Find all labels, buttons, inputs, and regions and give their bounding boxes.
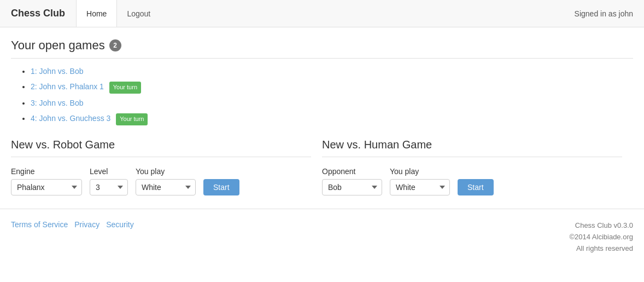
list-item: 2: John vs. Phalanx 1 Your turn (31, 80, 633, 94)
robot-start-button[interactable]: Start (203, 179, 239, 195)
nav-item-home: Home (76, 0, 117, 27)
games-list: 1: John vs. Bob 2: John vs. Phalanx 1 Yo… (11, 65, 633, 125)
new-games-row: New vs. Robot Game Engine Phalanx Gnuche… (11, 139, 633, 195)
footer-links: Terms of Service Privacy Security (11, 220, 134, 229)
open-games-title: Your open games 2 (11, 38, 633, 59)
level-select[interactable]: 1 2 3 4 5 (90, 179, 128, 195)
game-link-1[interactable]: 1: John vs. Bob (31, 67, 84, 76)
your-turn-badge-2: Your turn (109, 82, 141, 94)
opponent-select[interactable]: Bob Alice Charlie (322, 179, 382, 195)
robot-game-form: Engine Phalanx Gnuchess Crafty Level 1 2… (11, 167, 311, 195)
nav-brand[interactable]: Chess Club (0, 0, 76, 27)
robot-game-title: New vs. Robot Game (11, 139, 311, 157)
level-group: Level 1 2 3 4 5 (90, 167, 128, 195)
list-item: 4: John vs. Gnuchess 3 Your turn (31, 112, 633, 125)
footer-link-privacy[interactable]: Privacy (74, 220, 99, 229)
human-you-play-select[interactable]: White Black Random (390, 179, 450, 195)
footer-rights: All rights reserved (569, 243, 633, 255)
game-link-2[interactable]: 2: John vs. Phalanx 1 (31, 82, 104, 91)
robot-you-play-label: You play (136, 167, 196, 176)
opponent-label: Opponent (322, 167, 382, 176)
footer-info: Chess Club v0.3.0 ©2014 Alcibiade.org Al… (569, 220, 633, 254)
human-game-form: Opponent Bob Alice Charlie You play Whit… (322, 167, 622, 195)
main-content: Your open games 2 1: John vs. Bob 2: Joh… (0, 27, 644, 195)
footer-copyright: ©2014 Alcibiade.org (569, 232, 633, 243)
open-games-heading: Your open games (11, 38, 105, 53)
human-start-button[interactable]: Start (458, 179, 494, 195)
footer-version: Chess Club v0.3.0 (569, 220, 633, 232)
game-link-3[interactable]: 3: John vs. Bob (31, 99, 84, 107)
engine-label: Engine (11, 167, 82, 176)
human-you-play-group: You play White Black Random (390, 167, 450, 195)
human-game-section: New vs. Human Game Opponent Bob Alice Ch… (322, 139, 633, 195)
opponent-group: Opponent Bob Alice Charlie (322, 167, 382, 195)
nav-links: Home Logout (76, 0, 160, 27)
engine-group: Engine Phalanx Gnuchess Crafty (11, 167, 82, 195)
footer: Terms of Service Privacy Security Chess … (0, 209, 644, 265)
engine-select[interactable]: Phalanx Gnuchess Crafty (11, 179, 82, 195)
human-you-play-label: You play (390, 167, 450, 176)
robot-you-play-group: You play White Black Random (136, 167, 196, 195)
nav-link-logout[interactable]: Logout (117, 0, 160, 27)
navbar: Chess Club Home Logout Signed in as john (0, 0, 644, 27)
robot-you-play-select[interactable]: White Black Random (136, 179, 196, 195)
level-label: Level (90, 167, 128, 176)
footer-link-tos[interactable]: Terms of Service (11, 220, 68, 229)
human-game-title: New vs. Human Game (322, 139, 622, 157)
nav-link-home[interactable]: Home (76, 0, 117, 27)
your-turn-badge-4: Your turn (116, 113, 148, 125)
list-item: 1: John vs. Bob (31, 65, 633, 77)
open-games-count: 2 (109, 39, 121, 51)
robot-game-section: New vs. Robot Game Engine Phalanx Gnuche… (11, 139, 322, 195)
footer-link-security[interactable]: Security (106, 220, 134, 229)
game-link-4[interactable]: 4: John vs. Gnuchess 3 (31, 114, 110, 123)
nav-item-logout: Logout (117, 0, 160, 27)
signed-in-text: Signed in as john (564, 0, 644, 27)
list-item: 3: John vs. Bob (31, 97, 633, 109)
